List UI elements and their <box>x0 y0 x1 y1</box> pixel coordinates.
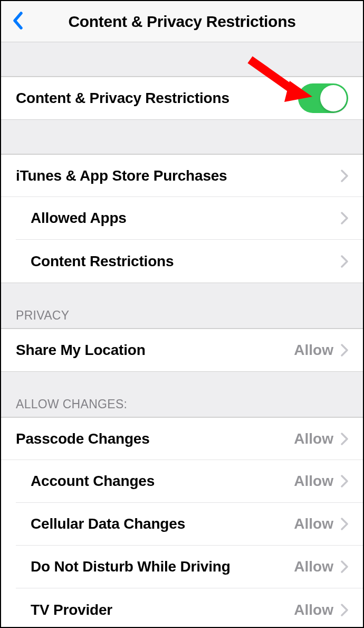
row-label: Do Not Disturb While Driving <box>31 558 231 575</box>
row-right: Allow <box>294 430 348 447</box>
row-label: TV Provider <box>31 602 112 618</box>
row-label: Content & Privacy Restrictions <box>16 90 229 107</box>
row-right: Allow <box>294 515 348 532</box>
row-right <box>341 170 348 182</box>
chevron-right-icon <box>341 433 348 445</box>
privacy-section-header-wrap: PRIVACY <box>1 283 363 328</box>
row-value: Allow <box>294 558 333 575</box>
row-label: Account Changes <box>31 473 155 490</box>
content-privacy-toggle[interactable] <box>298 83 348 113</box>
passcode-changes-row[interactable]: Passcode Changes Allow <box>1 417 363 460</box>
cellular-data-changes-row[interactable]: Cellular Data Changes Allow <box>16 503 363 546</box>
row-right: Allow <box>294 602 348 618</box>
row-value: Allow <box>294 473 333 490</box>
section-header: PRIVACY <box>16 308 348 323</box>
chevron-right-icon <box>341 475 348 488</box>
content-restrictions-row[interactable]: Content Restrictions <box>16 240 363 283</box>
row-label: Allowed Apps <box>31 210 127 227</box>
row-right: Allow <box>294 473 348 490</box>
row-value: Allow <box>294 430 333 447</box>
main-group: iTunes & App Store Purchases Allowed App… <box>1 154 363 283</box>
allow-changes-group: Passcode Changes Allow Account Changes A… <box>1 417 363 628</box>
chevron-right-icon <box>341 604 348 616</box>
tv-provider-row[interactable]: TV Provider Allow <box>16 588 363 628</box>
row-label: Cellular Data Changes <box>31 515 185 532</box>
row-label: Passcode Changes <box>16 430 150 447</box>
chevron-right-icon <box>341 518 348 530</box>
allowed-apps-row[interactable]: Allowed Apps <box>16 197 363 240</box>
itunes-app-store-row[interactable]: iTunes & App Store Purchases <box>1 154 363 197</box>
row-right <box>341 212 348 224</box>
row-right: Allow <box>294 342 348 359</box>
account-changes-row[interactable]: Account Changes Allow <box>16 460 363 503</box>
section-gap <box>1 42 363 76</box>
chevron-right-icon <box>341 255 348 268</box>
privacy-group: Share My Location Allow <box>1 328 363 372</box>
chevron-right-icon <box>341 344 348 357</box>
section-header: ALLOW CHANGES: <box>16 397 348 411</box>
row-value: Allow <box>294 342 333 359</box>
chevron-left-icon <box>13 12 23 30</box>
toggle-knob <box>320 85 347 111</box>
row-label: Content Restrictions <box>31 253 174 270</box>
row-right <box>341 255 348 268</box>
toggle-group: Content & Privacy Restrictions <box>1 76 363 120</box>
content-privacy-restrictions-row: Content & Privacy Restrictions <box>1 77 363 119</box>
allow-changes-section-header-wrap: ALLOW CHANGES: <box>1 372 363 417</box>
chevron-right-icon <box>341 170 348 182</box>
page-title: Content & Privacy Restrictions <box>1 13 363 31</box>
chevron-right-icon <box>341 212 348 224</box>
row-value: Allow <box>294 602 333 618</box>
header-bar: Content & Privacy Restrictions <box>1 1 363 42</box>
row-label: iTunes & App Store Purchases <box>16 167 227 184</box>
do-not-disturb-driving-row[interactable]: Do Not Disturb While Driving Allow <box>16 546 363 588</box>
row-right: Allow <box>294 558 348 575</box>
chevron-right-icon <box>341 560 348 573</box>
row-label: Share My Location <box>16 342 146 359</box>
share-my-location-row[interactable]: Share My Location Allow <box>1 329 363 371</box>
row-value: Allow <box>294 515 333 532</box>
back-button[interactable] <box>8 7 27 36</box>
section-gap <box>1 120 363 154</box>
